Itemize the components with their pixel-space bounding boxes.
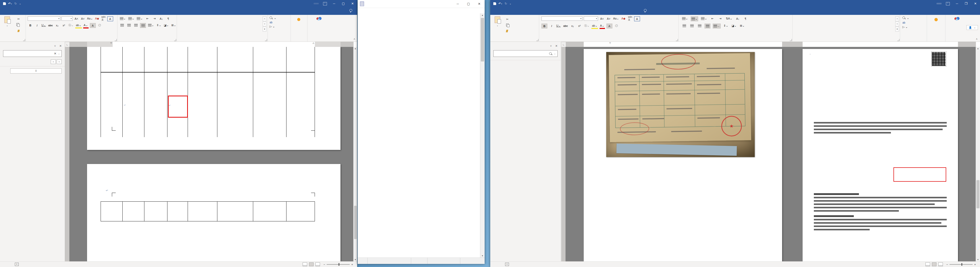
strikethrough-button[interactable]: abc xyxy=(563,24,568,28)
document-canvas[interactable]: ★ ◦ xyxy=(566,47,976,261)
tab-selector[interactable]: ∟ xyxy=(561,42,566,47)
decrease-indent-icon[interactable]: ⇤ xyxy=(710,16,715,21)
read-mode-icon[interactable] xyxy=(302,262,307,266)
web-layout-icon[interactable] xyxy=(315,262,320,266)
vertical-ruler[interactable] xyxy=(65,47,69,261)
find-button[interactable]: ⌄ xyxy=(270,16,276,20)
web-layout-icon[interactable] xyxy=(938,262,943,266)
align-center-icon[interactable] xyxy=(126,23,132,27)
cut-icon[interactable]: ✂ xyxy=(16,17,21,21)
clear-search-icon[interactable]: ✕ xyxy=(54,52,56,55)
addins-button[interactable] xyxy=(930,17,942,22)
select-button[interactable]: ▷ ⌄ xyxy=(270,25,276,28)
enclose-char-button[interactable]: ㊀ xyxy=(614,24,619,28)
bullets-icon[interactable]: ⌄ xyxy=(681,16,689,21)
restore-button[interactable]: ❐ xyxy=(962,0,971,7)
shrink-font-icon[interactable]: A˅ xyxy=(80,16,86,21)
np-maximize-button[interactable]: ▢ xyxy=(463,0,474,8)
clipboard-dialog-launcher[interactable] xyxy=(23,39,25,41)
replace-button[interactable]: ab xyxy=(270,21,276,24)
shading-icon[interactable]: ◪⌄ xyxy=(163,23,169,27)
text-effects-icon[interactable]: Ⓐ⌄ xyxy=(584,24,590,28)
shading-icon[interactable]: ◪⌄ xyxy=(731,24,737,28)
format-painter-button[interactable] xyxy=(506,29,511,33)
font-size-combo[interactable]: ▾ xyxy=(62,16,73,21)
font-size-combo[interactable]: ▾ xyxy=(584,16,598,21)
font-color-button[interactable]: A⌄ xyxy=(600,24,605,29)
close-button[interactable]: ✕ xyxy=(971,0,980,7)
scrollbar-thumb[interactable] xyxy=(354,206,356,239)
change-case-icon[interactable]: Aa⌄ xyxy=(612,16,620,21)
minimize-button[interactable]: ─ xyxy=(952,0,962,7)
clear-format-icon[interactable]: A◆ xyxy=(94,16,100,21)
phonetic-guide-icon[interactable]: wén文 xyxy=(101,16,106,21)
multilevel-list-icon[interactable]: ⌄ xyxy=(700,16,707,21)
styles-dialog-launcher[interactable] xyxy=(897,39,899,41)
proofing-icon[interactable]: x xyxy=(505,263,509,266)
superscript-button[interactable]: x² xyxy=(577,24,582,28)
doc-scrollbar[interactable]: ▲ ▼ xyxy=(976,47,980,261)
login-button[interactable] xyxy=(313,3,319,4)
styles-scroll[interactable]: ˄˅▾ xyxy=(262,16,267,32)
np-minimize-button[interactable]: ─ xyxy=(452,0,463,8)
ribbon-display-options-button[interactable]: ^ xyxy=(320,0,329,7)
notepad-scrollbar[interactable]: ▲ ▼ xyxy=(480,13,485,258)
collapse-ribbon-icon[interactable]: ˄ xyxy=(353,38,355,40)
title-bar[interactable]: ↶˅ ↻ ⌄ ^ ─ ▢ ✕ xyxy=(0,0,357,7)
pinyin-icon[interactable]: ⇅A⌄ xyxy=(725,16,733,21)
line-spacing-icon[interactable]: ⇕⌄ xyxy=(156,23,162,27)
save-icon[interactable] xyxy=(493,2,496,5)
grow-font-icon[interactable]: A˄ xyxy=(74,16,79,21)
nav-search-box[interactable]: ✕ ⌄ xyxy=(3,50,62,57)
italic-button[interactable]: I xyxy=(34,23,40,27)
replace-button[interactable]: ab xyxy=(902,21,909,24)
format-painter-icon[interactable] xyxy=(16,29,21,33)
save-to-baidu-button[interactable] xyxy=(950,16,964,21)
save-icon[interactable] xyxy=(3,2,6,5)
font-dialog-launcher[interactable] xyxy=(115,39,117,41)
numbering-icon[interactable]: ⌄ xyxy=(128,16,135,21)
tell-me-search[interactable] xyxy=(347,7,356,14)
sort-icon[interactable]: A↓ xyxy=(159,16,164,21)
align-left-icon[interactable] xyxy=(119,23,125,27)
nav-dropdown-icon[interactable]: ˅ xyxy=(550,45,552,47)
copy-button[interactable] xyxy=(506,23,511,27)
doc-page-2[interactable]: ↵ xyxy=(87,164,340,261)
subscript-button[interactable]: x₂ xyxy=(54,23,60,27)
collapse-ribbon-icon[interactable]: ˄ xyxy=(976,38,977,40)
grow-font-icon[interactable]: A˄ xyxy=(599,16,605,21)
nav-close-icon[interactable]: ✕ xyxy=(555,44,558,48)
enclose-char-button[interactable]: ㊀ xyxy=(97,23,102,27)
bold-button[interactable]: B xyxy=(541,24,547,29)
increase-indent-icon[interactable]: ⇥ xyxy=(152,16,157,21)
minimize-button[interactable]: ─ xyxy=(329,0,339,7)
undo-icon[interactable]: ↶˅ xyxy=(498,2,502,5)
italic-button[interactable]: I xyxy=(549,24,554,28)
close-button[interactable]: ✕ xyxy=(348,0,357,7)
vertical-ruler[interactable] xyxy=(561,47,566,261)
justify-icon[interactable] xyxy=(140,23,146,28)
find-button[interactable]: ⌄ xyxy=(902,16,909,20)
align-left-icon[interactable] xyxy=(681,24,687,28)
undo-icon[interactable]: ↶˅ xyxy=(8,2,12,5)
change-case-icon[interactable]: Aa⌄ xyxy=(86,16,94,21)
styles-dialog-launcher[interactable] xyxy=(265,39,267,41)
sort-icon[interactable]: A↓ xyxy=(735,16,740,21)
line-spacing-icon[interactable]: ⇕⌄ xyxy=(723,24,729,28)
invoice-photo[interactable]: ★ xyxy=(606,52,755,157)
char-border-icon[interactable]: A xyxy=(107,16,113,21)
bold-button[interactable]: B xyxy=(28,23,33,27)
font-color-button[interactable]: A⌄ xyxy=(83,23,89,29)
print-layout-icon[interactable] xyxy=(309,262,313,266)
decrease-indent-icon[interactable]: ⇤ xyxy=(145,16,150,21)
distribute-icon[interactable]: ⌄ xyxy=(148,23,154,27)
increase-indent-icon[interactable]: ⇥ xyxy=(718,16,723,21)
char-border-icon[interactable]: A xyxy=(634,16,640,21)
paragraph-dialog-launcher[interactable] xyxy=(790,39,792,41)
next-result-button[interactable]: ˅ xyxy=(57,59,62,64)
font-name-combo[interactable]: ▾ xyxy=(28,16,60,21)
qat-customize-icon[interactable]: ⌄ xyxy=(509,2,512,5)
borders-icon[interactable]: ⊞⌄ xyxy=(739,24,745,28)
document-canvas[interactable]: ↵ ↵ ↵ xyxy=(69,47,353,261)
nav-search-box[interactable]: ⌄ xyxy=(493,50,558,57)
